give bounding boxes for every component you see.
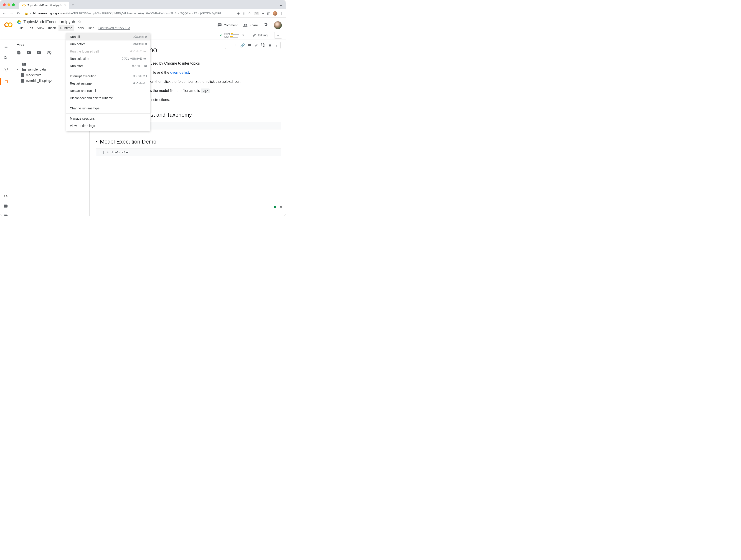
- menu-insert[interactable]: Insert: [47, 25, 58, 31]
- menu-entry[interactable]: Run all⌘/Ctrl+F9: [66, 33, 150, 41]
- menu-runtime[interactable]: Runtime: [59, 25, 74, 31]
- menu-entry[interactable]: Run selection⌘/Ctrl+Shift+Enter: [66, 55, 150, 62]
- upload-file-icon[interactable]: [17, 50, 21, 57]
- delete-cell-icon[interactable]: [267, 42, 273, 48]
- expand-arrow-icon[interactable]: ▸: [17, 68, 20, 71]
- move-down-icon[interactable]: ↓: [232, 42, 239, 48]
- browser-tab[interactable]: TopicsModelExecution.ipynb ✕: [19, 2, 69, 9]
- section-title: Model Execution Demo: [100, 138, 156, 146]
- editing-label: Editing: [258, 33, 268, 37]
- menu-entry[interactable]: Interrupt execution⌘/Ctrl+M I: [66, 73, 150, 80]
- drive-icon: [17, 19, 22, 24]
- sidepanel-icon[interactable]: ◫: [267, 12, 270, 15]
- address-bar[interactable]: 🔒 colab.research.google.com/drive/1Fk1iZ…: [23, 11, 234, 16]
- menu-entry[interactable]: Restart runtime⌘/Ctrl+M .: [66, 80, 150, 87]
- menu-file[interactable]: File: [17, 25, 25, 31]
- menu-entry[interactable]: Change runtime type: [66, 105, 150, 112]
- new-tab-button[interactable]: +: [69, 1, 76, 9]
- status-bar: ✕: [274, 205, 282, 209]
- menu-entry-label: Restart runtime: [70, 82, 92, 85]
- menu-entry-label: Manage sessions: [70, 117, 95, 120]
- command-palette-icon[interactable]: [3, 203, 8, 209]
- user-avatar[interactable]: [274, 21, 282, 29]
- browser-tabstrip: TopicsModelExecution.ipynb ✕ + ⌄: [0, 0, 286, 9]
- share-button[interactable]: Share: [243, 23, 258, 27]
- disk-label: Disk: [224, 35, 229, 38]
- menu-edit[interactable]: Edit: [26, 25, 35, 31]
- maximize-window-button[interactable]: [12, 3, 15, 6]
- edit-cell-icon[interactable]: [253, 42, 259, 48]
- tabstrip-chevron-icon[interactable]: ⌄: [276, 0, 286, 9]
- browser-avatar[interactable]: [273, 11, 277, 16]
- link-icon[interactable]: 🔗: [240, 42, 246, 48]
- parent-folder-label: ..: [27, 62, 29, 66]
- menu-shortcut: ⌘/Ctrl+F9: [133, 35, 147, 39]
- star-icon[interactable]: ☆: [78, 19, 81, 24]
- install-icon[interactable]: ⇪: [243, 12, 245, 15]
- menu-help[interactable]: Help: [86, 25, 96, 31]
- menu-entry-label: Disconnect and delete runtime: [70, 96, 113, 100]
- more-cell-icon[interactable]: ⋮: [274, 42, 280, 48]
- bookmark-icon[interactable]: ☆: [248, 12, 251, 15]
- svg-rect-5: [4, 206, 6, 206]
- menu-entry[interactable]: View runtime logs: [66, 122, 150, 130]
- zoom-icon[interactable]: ⊕: [237, 12, 240, 15]
- menu-entry[interactable]: Disconnect and delete runtime: [66, 94, 150, 102]
- collapse-arrow-icon[interactable]: ▸: [96, 139, 97, 144]
- menu-shortcut: ⌘/Ctrl+Enter: [130, 50, 147, 53]
- variables-icon[interactable]: {x}: [3, 67, 8, 73]
- editing-mode-button[interactable]: Editing: [251, 33, 269, 37]
- connect-status[interactable]: ✓ RAM Disk ▼: [220, 32, 246, 38]
- menu-shortcut: ⌘/Ctrl+Shift+Enter: [122, 57, 147, 61]
- collapse-button[interactable]: ︿: [274, 31, 282, 39]
- reload-icon[interactable]: ⟳: [17, 11, 20, 15]
- comment-cell-icon[interactable]: [246, 42, 253, 48]
- extensions-icon[interactable]: ✦: [262, 12, 264, 15]
- comment-button[interactable]: Comment: [217, 23, 238, 27]
- files-icon[interactable]: [3, 79, 8, 84]
- menu-shortcut: ⌘/Ctrl+F8: [133, 42, 147, 46]
- url-host: colab.research.google.com: [30, 12, 66, 15]
- menu-view[interactable]: View: [36, 25, 46, 31]
- minimize-window-button[interactable]: [7, 3, 10, 6]
- menu-entry[interactable]: Manage sessions: [66, 115, 150, 122]
- menu-entry[interactable]: Restart and run all: [66, 87, 150, 94]
- profile-badge[interactable]: OT: [254, 12, 259, 15]
- file-name: override_list.pb.gz: [26, 79, 52, 83]
- hide-files-icon[interactable]: [47, 50, 52, 57]
- mount-drive-icon[interactable]: [37, 50, 41, 57]
- chevron-down-icon[interactable]: ▼: [240, 34, 246, 37]
- override-list-link[interactable]: override list: [170, 71, 189, 74]
- ram-label: RAM: [224, 32, 230, 35]
- hidden-cells-row[interactable]: [ ] ↳ 3 cells hidden: [96, 149, 281, 156]
- menu-entry: Run the focused cell⌘/Ctrl+Enter: [66, 48, 150, 55]
- save-status[interactable]: Last saved at 1:27 PM: [98, 26, 130, 30]
- terminal-icon[interactable]: [3, 213, 8, 216]
- menu-entry-label: Interrupt execution: [70, 74, 96, 78]
- menu-entry[interactable]: Run before⌘/Ctrl+F8: [66, 41, 150, 48]
- indent-arrow-icon: ↳: [107, 150, 109, 155]
- close-window-button[interactable]: [3, 3, 6, 6]
- settings-icon[interactable]: [263, 22, 268, 28]
- colab-logo[interactable]: [4, 20, 13, 29]
- notebook-title[interactable]: TopicsModelExecution.ipynb: [23, 19, 75, 24]
- section-header[interactable]: ▸ Model Execution Demo: [96, 138, 281, 146]
- toc-icon[interactable]: [3, 44, 8, 49]
- code-snippets-icon[interactable]: < >: [3, 193, 8, 199]
- refresh-folder-icon[interactable]: [26, 50, 31, 57]
- close-tab-icon[interactable]: ✕: [64, 4, 66, 7]
- menu-entry-label: Run before: [70, 42, 85, 46]
- forward-icon: →: [10, 11, 13, 15]
- mirror-cell-icon[interactable]: ⿻: [260, 42, 266, 48]
- menu-entry[interactable]: Run after⌘/Ctrl+F10: [66, 62, 150, 70]
- checkmark-icon: ✓: [220, 33, 223, 38]
- menu-entry-label: Run all: [70, 35, 80, 39]
- browser-menu-icon[interactable]: ⋮: [280, 12, 283, 15]
- file-name: model.tflite: [26, 73, 42, 77]
- back-icon[interactable]: ←: [2, 11, 6, 15]
- menu-tools[interactable]: Tools: [74, 25, 85, 31]
- move-up-icon[interactable]: ↑: [226, 42, 232, 48]
- search-icon[interactable]: [3, 55, 8, 61]
- close-icon[interactable]: ✕: [279, 205, 282, 209]
- menu-entry-label: Run the focused cell: [70, 50, 99, 53]
